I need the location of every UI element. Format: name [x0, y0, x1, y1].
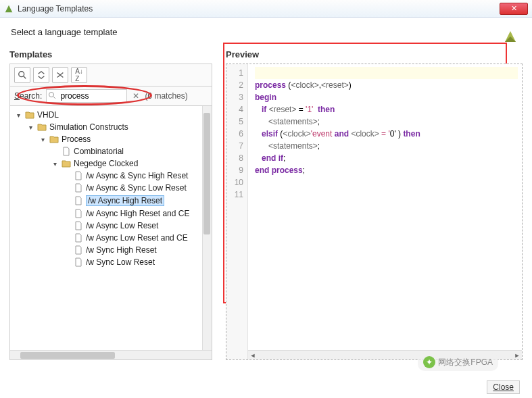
tree-label: /w Sync High Reset: [86, 245, 157, 255]
templates-toolbar: A↓Z: [9, 64, 212, 86]
wechat-icon: ✦: [423, 356, 435, 368]
chevron-down-icon: ▾: [51, 160, 59, 168]
tree-label: Simulation Constructs: [49, 122, 128, 132]
chevron-down-icon: ▾: [39, 136, 47, 143]
templates-title: Templates: [9, 49, 212, 59]
chevron-down-icon: ▾: [14, 111, 22, 119]
folder-icon: [37, 122, 47, 132]
expand-all-button[interactable]: [52, 67, 68, 83]
sort-icon: A↓Z: [75, 68, 83, 82]
tree-label: /w Async & Sync Low Reset: [86, 183, 187, 193]
window-close-button[interactable]: ✕: [500, 3, 528, 15]
preview-pane: Preview 1234567891011 process (<clock>,<…: [226, 49, 523, 360]
sort-button[interactable]: A↓Z: [71, 67, 87, 83]
search-icon: [18, 70, 27, 80]
tree-label: Combinatorial: [74, 147, 124, 156]
search-label: Search:: [14, 91, 42, 101]
folder-icon: [25, 110, 34, 120]
tree-leaf[interactable]: /w Async High Reset: [10, 194, 212, 207]
page-subtitle: Select a language template: [0, 18, 532, 43]
search-bar: Search: ✕ (6 matches): [9, 86, 212, 105]
tree-label: /w Async High Reset and CE: [86, 209, 189, 218]
template-tree[interactable]: ▾ VHDL ▾ Simulation Constructs: [9, 105, 212, 360]
tree-node-vhdl[interactable]: ▾ VHDL: [10, 109, 212, 121]
tree-node-simulation[interactable]: ▾ Simulation Constructs: [10, 121, 212, 133]
tree-label: /w Async Low Reset: [86, 221, 158, 230]
file-icon: [62, 147, 71, 156]
tree-vertical-scrollbar[interactable]: [202, 106, 212, 350]
watermark-text: 网络交换FPGA: [438, 357, 493, 368]
file-icon: [74, 233, 83, 243]
tree-node-process[interactable]: ▾ Process: [10, 133, 212, 145]
file-icon: [74, 171, 83, 180]
tree-leaf[interactable]: /w Async Low Reset: [10, 220, 212, 232]
file-icon: [74, 209, 83, 218]
search-button[interactable]: [14, 67, 30, 83]
tree-label: /w Async High Reset: [86, 195, 164, 206]
file-icon: [74, 221, 83, 230]
file-icon: [74, 257, 83, 267]
expand-icon: [55, 70, 65, 80]
close-icon: ✕: [511, 4, 517, 13]
tree-node-negedge[interactable]: ▾ Negedge Clocked: [10, 157, 212, 170]
tree-leaf-combinatorial[interactable]: Combinatorial: [10, 145, 212, 157]
tree-label: /w Sync Low Reset: [86, 257, 155, 267]
tree-leaf[interactable]: /w Async Low Reset and CE: [10, 232, 212, 244]
tree-label: Process: [62, 134, 91, 144]
tree-horizontal-scrollbar[interactable]: [10, 350, 212, 359]
chevron-down-icon: ▾: [26, 124, 34, 131]
collapse-icon: [37, 70, 46, 80]
folder-icon: [62, 159, 71, 168]
app-logo-icon: [502, 28, 518, 45]
app-icon: [4, 4, 14, 14]
search-input[interactable]: [46, 89, 127, 103]
folder-icon: [49, 134, 59, 144]
scroll-left-icon[interactable]: ◄: [248, 351, 258, 360]
code-area: process (<clock>,<reset>)begin if <reset…: [248, 64, 522, 359]
window-title: Language Templates: [18, 4, 93, 14]
tree-label: /w Async Low Reset and CE: [86, 233, 188, 243]
tree-label: VHDL: [37, 110, 59, 120]
clear-search-button[interactable]: ✕: [131, 91, 141, 101]
tree-label: /w Async & Sync High Reset: [86, 171, 188, 180]
tree-leaf[interactable]: /w Sync Low Reset: [10, 256, 212, 268]
match-count: (6 matches): [145, 91, 187, 101]
file-icon: [74, 183, 83, 193]
svg-line-1: [24, 76, 26, 79]
tree-leaf[interactable]: /w Async & Sync High Reset: [10, 170, 212, 182]
tree-leaf[interactable]: /w Async & Sync Low Reset: [10, 182, 212, 194]
titlebar: Language Templates ✕: [0, 0, 532, 18]
tree-leaf[interactable]: /w Sync High Reset: [10, 244, 212, 256]
code-preview[interactable]: 1234567891011 process (<clock>,<reset>)b…: [226, 64, 523, 360]
collapse-all-button[interactable]: [33, 67, 49, 83]
svg-point-0: [19, 72, 24, 77]
tree-label: Negedge Clocked: [74, 159, 138, 168]
preview-title: Preview: [226, 49, 523, 59]
file-icon: [74, 196, 83, 205]
code-gutter: 1234567891011: [226, 64, 248, 359]
file-icon: [74, 245, 83, 255]
close-button[interactable]: Close: [487, 380, 520, 394]
scroll-right-icon[interactable]: ►: [512, 351, 522, 360]
templates-pane: Templates A↓Z Search: ✕: [9, 49, 212, 360]
tree-leaf[interactable]: /w Async High Reset and CE: [10, 207, 212, 220]
watermark: ✦ 网络交换FPGA: [418, 353, 498, 371]
